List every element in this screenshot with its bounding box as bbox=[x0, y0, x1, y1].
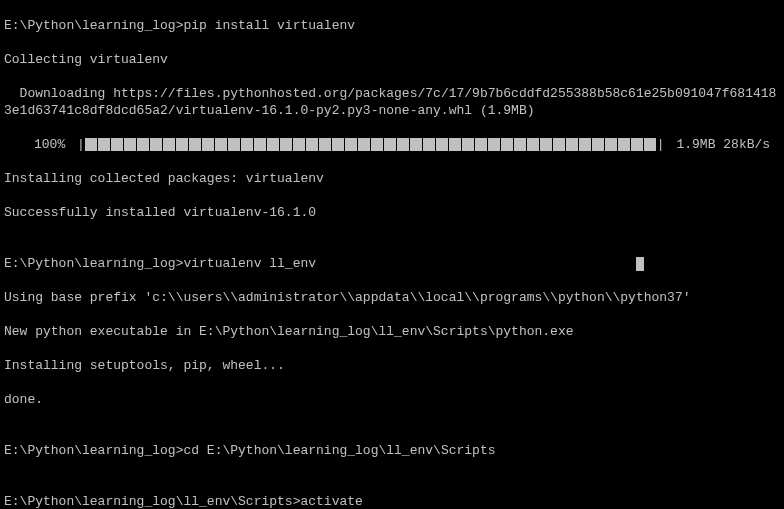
progress-bar-end: | bbox=[657, 137, 665, 152]
prompt: E:\Python\learning_log\ll_env\Scripts> bbox=[4, 494, 300, 509]
output-line: done. bbox=[4, 391, 780, 408]
output-line: Collecting virtualenv bbox=[4, 51, 780, 68]
command: cd E:\Python\learning_log\ll_env\Scripts bbox=[183, 443, 495, 458]
prompt: E:\Python\learning_log> bbox=[4, 443, 183, 458]
terminal-output[interactable]: E:\Python\learning_log>pip install virtu… bbox=[0, 0, 784, 509]
output-line: Using base prefix 'c:\\users\\administra… bbox=[4, 289, 780, 306]
cmd-line-2: E:\Python\learning_log>virtualenv ll_env bbox=[4, 255, 780, 272]
prompt: E:\Python\learning_log> bbox=[4, 256, 183, 271]
command: virtualenv ll_env bbox=[183, 256, 316, 271]
progress-percent: 100% bbox=[4, 137, 69, 152]
command: pip install virtualenv bbox=[183, 18, 355, 33]
cmd-line-4: E:\Python\learning_log\ll_env\Scripts>ac… bbox=[4, 493, 780, 509]
prompt: E:\Python\learning_log> bbox=[4, 18, 183, 33]
output-line: Successfully installed virtualenv-16.1.0 bbox=[4, 204, 780, 221]
progress-line-1: 100% || 1.9MB 28kB/s bbox=[4, 136, 780, 153]
output-line: New python executable in E:\Python\learn… bbox=[4, 323, 780, 340]
output-line: Installing collected packages: virtualen… bbox=[4, 170, 780, 187]
cursor-icon bbox=[636, 257, 644, 271]
progress-bar bbox=[85, 137, 657, 152]
cmd-line-1: E:\Python\learning_log>pip install virtu… bbox=[4, 17, 780, 34]
output-line: Downloading https://files.pythonhosted.o… bbox=[4, 85, 780, 119]
output-line: Installing setuptools, pip, wheel... bbox=[4, 357, 780, 374]
cmd-line-3: E:\Python\learning_log>cd E:\Python\lear… bbox=[4, 442, 780, 459]
progress-bar-start: | bbox=[77, 137, 85, 152]
command: activate bbox=[300, 494, 362, 509]
progress-stats: 1.9MB 28kB/s bbox=[672, 137, 770, 152]
